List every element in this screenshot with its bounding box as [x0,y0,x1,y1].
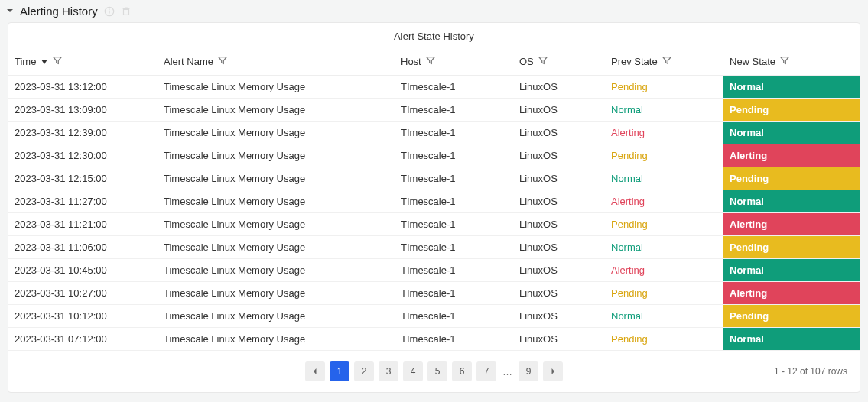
cell: TImescale-1 [395,122,513,144]
svg-rect-4 [122,8,129,8]
pager-page[interactable]: 9 [519,361,538,381]
col-header-host[interactable]: Host [395,51,513,76]
pager-page[interactable]: 2 [354,361,374,381]
cell: TImescale-1 [395,76,513,99]
prev-state-cell: Normal [605,305,723,328]
col-header-alert[interactable]: Alert Name [158,51,395,76]
cell: LinuxOS [513,122,605,144]
new-state-cell: Normal [723,122,860,144]
filter-icon[interactable] [538,56,548,67]
col-label: Prev State [611,56,658,67]
filter-icon[interactable] [218,56,227,67]
cell: 2023-03-31 11:21:00 [8,213,158,236]
cell: 2023-03-31 12:30:00 [8,144,158,167]
svg-rect-2 [109,8,109,9]
table-row: 2023-03-31 10:12:00Timescale Linux Memor… [8,305,860,328]
prev-state-cell: Alerting [605,259,723,282]
new-state-cell: Normal [723,259,860,282]
filter-icon[interactable] [780,56,789,67]
cell: TImescale-1 [395,236,513,259]
alert-history-table: Time Alert Name Host [8,51,860,351]
cell: Timescale Linux Memory Usage [158,259,395,282]
prev-state-cell: Alerting [605,122,723,144]
pager: 1234567…9 [305,361,563,381]
new-state-cell: Normal [723,76,860,99]
cell: TImescale-1 [395,167,513,190]
table-row: 2023-03-31 11:06:00Timescale Linux Memor… [8,236,860,259]
new-state-cell: Pending [723,236,860,259]
filter-icon[interactable] [53,56,62,67]
cell: 2023-03-31 12:15:00 [8,167,158,190]
svg-rect-1 [109,10,109,13]
cell: LinuxOS [513,282,605,305]
cell: TImescale-1 [395,328,513,351]
col-label: Alert Name [164,56,213,67]
collapse-icon[interactable] [6,5,14,17]
cell: 2023-03-31 10:45:00 [8,259,158,282]
pager-page[interactable]: 7 [476,361,496,381]
cell: TImescale-1 [395,282,513,305]
prev-state-cell: Pending [605,144,723,167]
filter-icon[interactable] [426,56,435,67]
pager-prev[interactable] [305,361,325,381]
cell: 2023-03-31 13:12:00 [8,76,158,99]
col-label: Time [15,56,36,67]
cell: Timescale Linux Memory Usage [158,328,395,351]
table-row: 2023-03-31 12:39:00Timescale Linux Memor… [8,122,860,144]
cell: TImescale-1 [395,213,513,236]
cell: Timescale Linux Memory Usage [158,144,395,167]
prev-state-cell: Pending [605,328,723,351]
pager-ellipsis: … [501,366,514,378]
cell: 2023-03-31 07:12:00 [8,328,158,351]
new-state-cell: Alerting [723,282,860,305]
new-state-cell: Pending [723,167,860,190]
cell: 2023-03-31 10:27:00 [8,282,158,305]
prev-state-cell: Alerting [605,190,723,213]
cell: LinuxOS [513,76,605,99]
col-label: New State [730,56,775,67]
cell: TImescale-1 [395,99,513,122]
table-row: 2023-03-31 12:15:00Timescale Linux Memor… [8,167,860,190]
new-state-cell: Alerting [723,213,860,236]
pager-page[interactable]: 6 [452,361,472,381]
pager-page[interactable]: 4 [403,361,423,381]
table-row: 2023-03-31 07:12:00Timescale Linux Memor… [8,328,860,351]
svg-rect-3 [123,9,128,15]
cell: Timescale Linux Memory Usage [158,190,395,213]
col-header-prev[interactable]: Prev State [605,51,723,76]
cell: TImescale-1 [395,259,513,282]
col-header-os[interactable]: OS [513,51,605,76]
prev-state-cell: Normal [605,99,723,122]
table-header-row: Time Alert Name Host [8,51,860,76]
row-count: 1 - 12 of 107 rows [774,366,847,377]
table-row: 2023-03-31 11:27:00Timescale Linux Memor… [8,190,860,213]
info-icon[interactable] [104,6,115,17]
new-state-cell: Normal [723,190,860,213]
cell: 2023-03-31 10:12:00 [8,305,158,328]
col-label: OS [519,56,534,67]
pager-page[interactable]: 3 [379,361,398,381]
new-state-cell: Pending [723,99,860,122]
cell: LinuxOS [513,328,605,351]
table-footer: 1234567…9 1 - 12 of 107 rows [8,351,860,384]
cell: 2023-03-31 11:27:00 [8,190,158,213]
col-header-time[interactable]: Time [8,51,158,76]
sort-desc-icon [41,56,48,67]
col-header-new[interactable]: New State [723,51,860,76]
table-row: 2023-03-31 13:09:00Timescale Linux Memor… [8,99,860,122]
pager-page[interactable]: 1 [330,361,349,381]
cell: Timescale Linux Memory Usage [158,305,395,328]
cell: Timescale Linux Memory Usage [158,282,395,305]
table-row: 2023-03-31 10:45:00Timescale Linux Memor… [8,259,860,282]
trash-icon[interactable] [121,6,132,17]
cell: LinuxOS [513,236,605,259]
pager-next[interactable] [543,361,563,381]
panel-header: Alerting History [0,0,868,22]
cell: Timescale Linux Memory Usage [158,99,395,122]
pager-page[interactable]: 5 [427,361,447,381]
filter-icon[interactable] [662,56,671,67]
new-state-cell: Alerting [723,144,860,167]
cell: 2023-03-31 12:39:00 [8,122,158,144]
cell: LinuxOS [513,259,605,282]
cell: LinuxOS [513,99,605,122]
